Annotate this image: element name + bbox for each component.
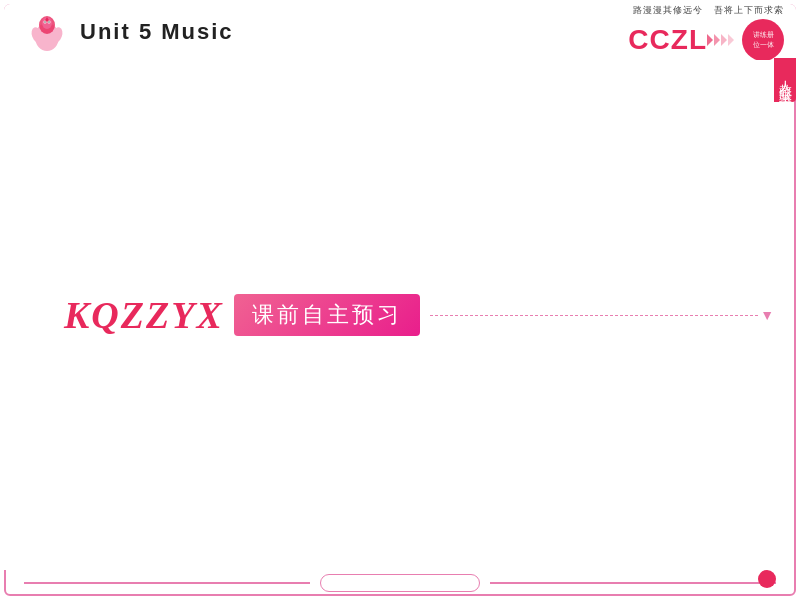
dashed-line-container: ▼ bbox=[420, 307, 774, 323]
section-label-box: 课前自主预习 bbox=[234, 294, 420, 336]
dashed-arrow-icon: ▼ bbox=[760, 307, 774, 323]
cczl-brand: CCZL bbox=[628, 26, 707, 54]
header: Unit 5 Music 路漫漫其修远兮 吾将上下而求索 CCZL 讲练册 位一… bbox=[4, 4, 796, 62]
logo-arrows bbox=[707, 34, 734, 46]
chevron-icon-4 bbox=[728, 34, 734, 46]
right-tab: 人教版英语 bbox=[774, 58, 796, 102]
svg-point-7 bbox=[48, 21, 49, 22]
badge-circle: 讲练册 位一体 bbox=[742, 19, 784, 61]
bottom-line-right bbox=[490, 582, 776, 584]
bottom-bar bbox=[4, 570, 796, 596]
chevron-icon-3 bbox=[721, 34, 727, 46]
chevron-icon-1 bbox=[707, 34, 713, 46]
svg-point-6 bbox=[44, 21, 45, 22]
bottom-line-left bbox=[24, 582, 310, 584]
logo-top-text: 路漫漫其修远兮 吾将上下而求索 bbox=[633, 4, 784, 17]
logo-cczl: CCZL 讲练册 位一体 bbox=[628, 19, 784, 61]
badge-text: 讲练册 位一体 bbox=[753, 30, 774, 48]
bottom-pill bbox=[320, 574, 480, 592]
page-title: Unit 5 Music bbox=[80, 19, 234, 45]
logo-area: 路漫漫其修远兮 吾将上下而求索 CCZL 讲练册 位一体 bbox=[628, 4, 784, 61]
bottom-circle bbox=[758, 570, 776, 588]
main-content: KQZZYX 课前自主预习 ▼ bbox=[4, 60, 774, 570]
content-row: KQZZYX 课前自主预习 ▼ bbox=[64, 293, 774, 337]
dashed-line bbox=[430, 315, 758, 316]
chevron-icon-2 bbox=[714, 34, 720, 46]
mascot-icon bbox=[24, 9, 70, 55]
kqzzyx-label: KQZZYX bbox=[64, 293, 224, 337]
right-tab-label: 人教版英语 bbox=[776, 70, 794, 90]
